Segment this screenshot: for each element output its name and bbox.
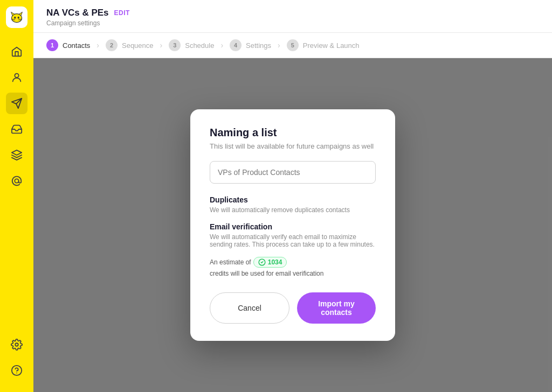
step-4-label: Settings [246, 41, 271, 50]
step-2-label: Sequence [122, 41, 154, 50]
duplicates-desc: We will automatically remove duplicates … [210, 206, 376, 214]
edit-button[interactable]: EDIT [114, 9, 130, 17]
gear-icon [11, 339, 23, 351]
step-5[interactable]: 5 Preview & Launch [287, 39, 360, 51]
step-2[interactable]: 2 Sequence [106, 39, 154, 51]
svg-marker-14 [12, 150, 22, 155]
credits-row: An estimate of 1034 credits will be used… [210, 257, 376, 277]
sidebar-item-settings[interactable] [6, 334, 27, 355]
cancel-button[interactable]: Cancel [210, 292, 289, 324]
svg-point-16 [15, 343, 18, 346]
modal-title: Naming a list [210, 127, 376, 139]
step-chevron-1: › [96, 41, 99, 50]
svg-point-4 [14, 17, 16, 19]
step-3-label: Schedule [185, 41, 214, 50]
send-icon [11, 97, 23, 109]
step-2-circle: 2 [106, 39, 118, 51]
step-5-circle: 5 [287, 39, 299, 51]
sidebar-nav [6, 41, 27, 334]
svg-point-15 [15, 179, 18, 183]
import-contacts-button[interactable]: Import my contacts [297, 292, 376, 324]
check-circle-icon [258, 258, 266, 266]
contacts-icon [11, 72, 23, 83]
modal-subtitle: This list will be available for future c… [210, 142, 376, 150]
at-icon [11, 175, 23, 187]
step-4[interactable]: 4 Settings [230, 39, 271, 51]
home-icon [11, 46, 23, 58]
step-3-circle: 3 [169, 39, 181, 51]
sidebar [0, 0, 33, 392]
sidebar-item-inbox[interactable] [6, 118, 27, 140]
sidebar-item-contacts[interactable] [6, 67, 27, 88]
campaign-subtitle: Campaign settings [46, 19, 539, 27]
main-content: NA VCs & PEs EDIT Campaign settings 1 Co… [33, 0, 552, 392]
svg-point-5 [18, 17, 19, 19]
sidebar-item-sequences[interactable] [6, 144, 27, 166]
step-chevron-2: › [160, 41, 163, 50]
step-1-label: Contacts [63, 41, 90, 50]
step-1-circle: 1 [46, 39, 58, 51]
list-name-input[interactable] [210, 161, 376, 184]
sidebar-item-help[interactable] [6, 360, 27, 381]
campaign-title: NA VCs & PEs [46, 8, 109, 18]
app-logo[interactable] [6, 6, 27, 28]
sidebar-item-home[interactable] [6, 41, 27, 62]
naming-list-modal: Naming a list This list will be availabl… [190, 109, 395, 341]
email-verification-desc: We will automatically verify each email … [210, 233, 376, 248]
step-chevron-3: › [220, 41, 223, 50]
step-5-label: Preview & Launch [303, 41, 360, 50]
duplicates-title: Duplicates [210, 195, 376, 204]
credits-value: 1034 [268, 258, 282, 266]
svg-point-11 [15, 74, 18, 78]
sidebar-bottom [6, 334, 27, 386]
sidebar-item-campaigns[interactable] [6, 93, 27, 114]
step-4-circle: 4 [230, 39, 242, 51]
sidebar-item-email[interactable] [6, 170, 27, 192]
help-icon [11, 365, 23, 376]
step-1[interactable]: 1 Contacts [46, 39, 90, 51]
email-verification-title: Email verification [210, 222, 376, 231]
credits-badge: 1034 [253, 257, 287, 268]
modal-overlay: Naming a list This list will be availabl… [33, 58, 552, 392]
layers-icon [11, 149, 23, 161]
step-3[interactable]: 3 Schedule [169, 39, 214, 51]
steps-bar: 1 Contacts › 2 Sequence › 3 Schedule › 4… [33, 33, 552, 58]
credits-prefix: An estimate of [210, 258, 251, 266]
step-chevron-4: › [278, 41, 280, 50]
top-header: NA VCs & PEs EDIT Campaign settings [33, 0, 552, 33]
page-content: Naming a list This list will be availabl… [33, 58, 552, 392]
credits-suffix: credits will be used for email verificat… [210, 270, 323, 277]
modal-buttons: Cancel Import my contacts [210, 292, 376, 324]
inbox-icon [11, 123, 23, 135]
